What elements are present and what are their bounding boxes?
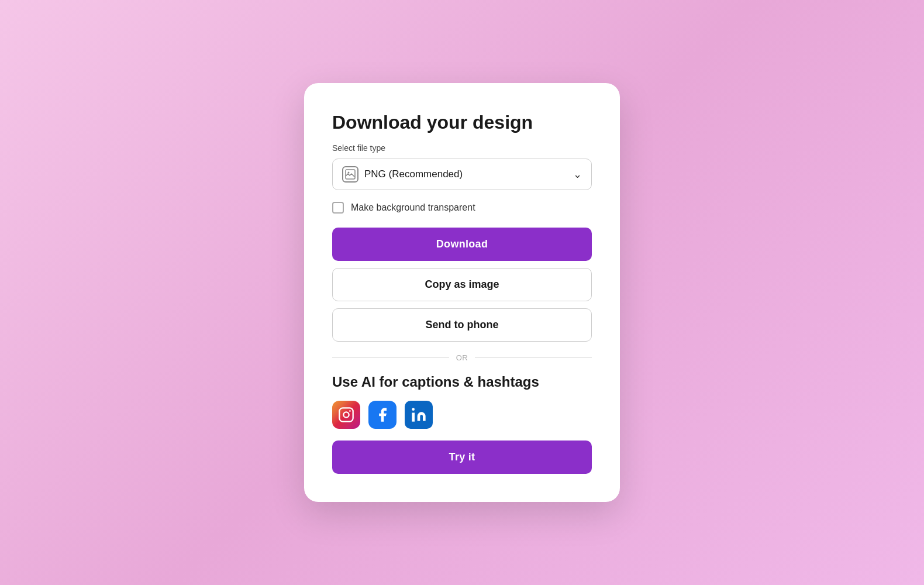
file-type-value: PNG (Recommended) (364, 168, 463, 180)
transparent-bg-label[interactable]: Make background transparent (351, 202, 475, 213)
transparent-bg-row: Make background transparent (332, 202, 592, 214)
download-modal: Download your design Select file type PN… (304, 83, 620, 501)
file-type-left: PNG (Recommended) (342, 166, 463, 183)
divider-line-right (475, 357, 592, 358)
image-file-icon (342, 166, 358, 183)
svg-point-4 (349, 410, 351, 412)
or-divider: OR (332, 353, 592, 362)
transparent-bg-checkbox[interactable] (332, 202, 344, 214)
svg-point-3 (343, 412, 349, 417)
chevron-down-icon: ⌄ (573, 168, 582, 181)
modal-title: Download your design (332, 111, 592, 133)
divider-line-left (332, 357, 449, 358)
ai-section-title: Use AI for captions & hashtags (332, 374, 592, 390)
download-button[interactable]: Download (332, 228, 592, 261)
social-icons-row (332, 401, 592, 429)
svg-rect-2 (339, 408, 353, 421)
linkedin-icon[interactable] (405, 401, 433, 429)
file-type-dropdown[interactable]: PNG (Recommended) ⌄ (332, 159, 592, 190)
file-type-label: Select file type (332, 143, 592, 153)
svg-point-1 (348, 171, 350, 173)
send-to-phone-button[interactable]: Send to phone (332, 308, 592, 342)
instagram-icon[interactable] (332, 401, 360, 429)
try-it-button[interactable]: Try it (332, 441, 592, 474)
facebook-icon[interactable] (368, 401, 397, 429)
or-text: OR (456, 353, 468, 362)
copy-as-image-button[interactable]: Copy as image (332, 268, 592, 301)
svg-rect-5 (412, 412, 415, 421)
svg-point-6 (412, 408, 415, 411)
